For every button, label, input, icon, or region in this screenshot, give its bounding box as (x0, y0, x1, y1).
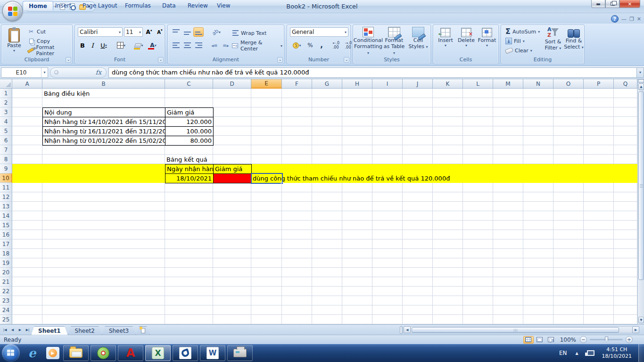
delete-cells-button[interactable]: ✕ Delete▾ (457, 28, 476, 48)
row-header-10[interactable]: 10 (0, 173, 12, 183)
cell-D9[interactable]: Giảm giá (213, 164, 252, 174)
office-button[interactable] (2, 1, 23, 21)
scroll-right-icon[interactable]: ▶ (632, 326, 639, 333)
font-size-select[interactable]: 11▾ (124, 27, 143, 37)
cell-B6[interactable]: Nhận hàng từ 01/01/2022 đến 15/02/2022 (42, 136, 165, 146)
format-cells-button[interactable]: Format▾ (478, 28, 496, 48)
row-header-15[interactable]: 15 (0, 221, 12, 230)
workbook-minimize-icon[interactable]: — (621, 16, 627, 22)
start-button[interactable] (2, 344, 20, 362)
column-header-Q[interactable]: Q (614, 79, 637, 89)
ribbon-tab-home[interactable]: Home (23, 1, 53, 10)
accounting-format-button[interactable]: $▾ (290, 40, 304, 50)
formula-input[interactable]: dùng công thức tham chiếu như nào để trả… (108, 67, 636, 78)
workbook-close-icon[interactable]: ✕ (637, 16, 641, 22)
cell-C3[interactable]: Giảm giá (165, 107, 214, 117)
page-break-view-button[interactable] (546, 336, 556, 344)
unikey-taskbar-button[interactable] (91, 345, 116, 361)
row-header-3[interactable]: 3 (0, 107, 12, 117)
orientation-button[interactable]: ab▾ (209, 27, 223, 37)
borders-button[interactable]: ▾ (115, 40, 128, 50)
horizontal-scroll-thumb[interactable] (412, 327, 619, 333)
column-header-N[interactable]: N (523, 79, 553, 89)
column-header-K[interactable]: K (433, 79, 463, 89)
column-header-I[interactable]: I (372, 79, 403, 89)
page-layout-view-button[interactable] (535, 336, 545, 344)
align-center-button[interactable] (182, 40, 192, 50)
normal-view-button[interactable] (523, 336, 534, 344)
scroll-up-icon[interactable]: ▲ (638, 83, 644, 90)
number-dialog-launcher-icon[interactable]: ⌄ (344, 57, 349, 63)
middle-align-button[interactable] (182, 27, 192, 37)
next-sheet-icon[interactable]: ▶ (17, 326, 24, 333)
cell-B5[interactable]: Nhận hàng từ 16/11/2021 đến 31/12/2021 (42, 126, 165, 136)
column-header-G[interactable]: G (312, 79, 342, 89)
align-left-button[interactable] (171, 40, 181, 50)
ribbon-tab-data[interactable]: Data (157, 1, 182, 10)
format-as-table-button[interactable]: Formatas Table ▾ (382, 27, 406, 56)
italic-button[interactable]: I (88, 40, 97, 50)
conditional-formatting-button[interactable]: ConditionalFormatting ▾ (355, 27, 381, 56)
restore-button[interactable] (605, 0, 619, 8)
decrease-indent-button[interactable]: ◂≡ (209, 40, 220, 50)
sheet-tab-sheet2[interactable]: Sheet2 (68, 326, 102, 335)
comma-style-button[interactable]: , (316, 40, 327, 50)
find-select-button[interactable]: Find &Select ▾ (563, 27, 584, 50)
cell-D10[interactable] (213, 173, 252, 183)
row-header-24[interactable]: 24 (0, 305, 12, 315)
cell-C10[interactable]: 18/10/2021 (165, 173, 214, 183)
internet-explorer-icon[interactable]: e (24, 345, 41, 361)
column-header-M[interactable]: M (493, 79, 523, 89)
column-header-B[interactable]: B (42, 79, 165, 89)
column-header-O[interactable]: O (553, 79, 584, 89)
clear-button[interactable]: Clear▾ (504, 46, 541, 55)
cell-C6[interactable]: 80.000 (165, 136, 214, 146)
network-icon[interactable] (587, 350, 594, 356)
row-header-20[interactable]: 20 (0, 268, 12, 277)
percent-style-button[interactable]: % (305, 40, 315, 50)
scroll-left-icon[interactable]: ◀ (404, 326, 411, 333)
row-header-16[interactable]: 16 (0, 230, 12, 239)
vertical-scroll-thumb[interactable] (638, 91, 644, 280)
increase-indent-button[interactable]: ≡▸ (221, 40, 231, 50)
column-header-H[interactable]: H (342, 79, 372, 89)
row-header-1[interactable]: 1 (0, 89, 12, 98)
word-taskbar-button[interactable]: W (200, 345, 225, 361)
expand-formula-bar-icon[interactable]: ▾ (636, 67, 644, 78)
underline-button[interactable]: U▾ (98, 40, 110, 50)
zoom-in-icon[interactable]: + (626, 336, 633, 343)
column-header-P[interactable]: P (584, 79, 614, 89)
scroll-down-icon[interactable]: ▼ (638, 317, 644, 323)
sort-filter-button[interactable]: AZ Sort &Filter ▾ (543, 27, 563, 51)
vertical-split-handle[interactable] (638, 79, 644, 83)
cell-C9[interactable]: Ngày nhận hàng (165, 164, 214, 174)
cell-C4[interactable]: 120.000 (165, 117, 214, 127)
row-header-8[interactable]: 8 (0, 155, 12, 164)
minimize-button[interactable]: ▬ (591, 0, 605, 8)
vertical-scrollbar[interactable]: ▲ ▼ (637, 79, 644, 324)
select-all-corner[interactable] (0, 79, 12, 89)
bottom-align-button[interactable] (193, 27, 204, 37)
cell-C5[interactable]: 100.000 (165, 126, 214, 136)
language-indicator[interactable]: EN (554, 350, 572, 356)
row-header-22[interactable]: 22 (0, 287, 12, 296)
hidden-icons-chevron-icon[interactable]: ▲ (571, 351, 582, 355)
row-header-19[interactable]: 19 (0, 258, 12, 268)
font-dialog-launcher-icon[interactable]: ⌄ (158, 57, 164, 63)
printer-taskbar-button[interactable] (227, 345, 253, 361)
row-header-21[interactable]: 21 (0, 277, 12, 287)
column-header-L[interactable]: L (463, 79, 493, 89)
active-cell-selection[interactable] (251, 173, 283, 184)
row-header-11[interactable]: 11 (0, 183, 12, 192)
fill-handle[interactable] (281, 182, 283, 184)
show-desktop-button[interactable] (638, 344, 644, 362)
zoom-slider-thumb[interactable] (605, 337, 608, 342)
ribbon-tab-insert[interactable]: Insert (50, 1, 77, 10)
top-align-button[interactable] (171, 27, 181, 37)
cell-B1[interactable]: Bảng điều kiện (42, 89, 165, 98)
paste-button[interactable]: Paste ▾ (4, 27, 24, 61)
media-player-icon[interactable]: ▶ (44, 345, 61, 361)
font-name-select[interactable]: Calibri▾ (78, 27, 123, 37)
column-header-C[interactable]: C (165, 79, 213, 89)
ribbon-tab-formulas[interactable]: Formulas (119, 1, 157, 10)
